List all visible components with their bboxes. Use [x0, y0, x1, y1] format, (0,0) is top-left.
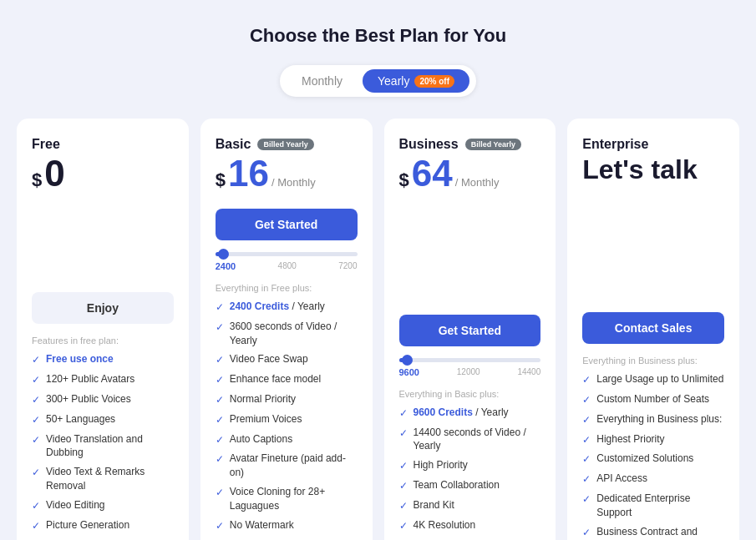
btn-free[interactable]: Enjoy: [32, 292, 174, 324]
slider-labels-basic: 2400 4800 7200: [216, 261, 358, 271]
slider-thumb-business[interactable]: [402, 355, 413, 366]
check-icon-free-5: ✓: [32, 466, 40, 480]
plan-name-free: Free: [32, 137, 60, 152]
plan-name-basic: Basic: [216, 137, 251, 152]
feature-item-basic-0: ✓ 2400 Credits / Yearly: [216, 300, 358, 315]
feature-item-business-1: ✓ 14400 seconds of Video / Yearly: [399, 426, 541, 454]
feature-item-enterprise-7: ✓ Business Contract and Invoicing: [582, 525, 724, 540]
feature-text-enterprise-3: Highest Priority: [596, 432, 664, 447]
feature-item-basic-9: ✓ No Watermark: [216, 518, 358, 533]
feature-highlight-business-0: 9600 Credits: [414, 406, 473, 418]
check-icon-basic-3: ✓: [216, 373, 224, 387]
price-amount-free: 0: [44, 155, 64, 192]
check-icon-basic-8: ✓: [216, 486, 224, 500]
page-title: Choose the Best Plan for You: [250, 25, 506, 47]
feature-text-free-5: Video Text & Remarks Removal: [46, 465, 174, 493]
feature-list-enterprise: ✓ Large Usage up to Unlimited ✓ Custom N…: [582, 372, 724, 540]
check-icon-business-0: ✓: [399, 406, 408, 421]
check-icon-free-3: ✓: [32, 413, 40, 427]
slider-thumb-basic[interactable]: [218, 249, 229, 260]
feature-item-free-5: ✓ Video Text & Remarks Removal: [32, 465, 174, 493]
feature-item-basic-2: ✓ Video Face Swap: [216, 352, 358, 367]
feature-text-basic-2: Video Face Swap: [230, 352, 308, 366]
plan-name-enterprise: Enterprise: [582, 137, 648, 152]
price-row-business: $ 64 / Monthly: [399, 155, 541, 202]
feature-text-free-0: Free use once: [46, 352, 114, 366]
check-icon-business-4: ✓: [399, 499, 408, 513]
feature-text-enterprise-5: API Access: [596, 472, 647, 486]
plans-grid: Free$ 0EnjoyFeatures in free plan: ✓ Fre…: [17, 119, 739, 540]
feature-item-free-6: ✓ Video Editing: [32, 498, 174, 513]
slider-mid-business: 12000: [457, 367, 480, 377]
yearly-toggle[interactable]: Yearly 20% off: [363, 69, 469, 93]
feature-text-basic-3: Enhance face model: [230, 372, 321, 386]
feature-item-basic-8: ✓ Voice Cloning for 28+ Laguagues: [216, 485, 358, 513]
check-icon-basic-0: ✓: [216, 300, 224, 315]
plan-name-row-enterprise: Enterprise: [582, 137, 724, 152]
btn-enterprise[interactable]: Contact Sales: [582, 312, 724, 344]
feature-item-enterprise-5: ✓ API Access: [582, 472, 724, 487]
feature-item-enterprise-1: ✓ Custom Number of Seats: [582, 392, 724, 407]
feature-text-business-0: 9600 Credits / Yearly: [414, 406, 509, 420]
feature-item-enterprise-2: ✓ Everything in Business plus:: [582, 412, 724, 427]
feature-text-business-4: Brand Kit: [414, 498, 454, 512]
feature-item-basic-3: ✓ Enhance face model: [216, 372, 358, 387]
plan-name-row-free: Free: [32, 137, 174, 152]
feature-text-basic-0: 2400 Credits / Yearly: [230, 300, 325, 314]
check-icon-basic-1: ✓: [216, 320, 224, 335]
feature-text-free-1: 120+ Public Avatars: [46, 372, 134, 386]
feature-text-basic-1: 3600 seconds of Video / Yearly: [230, 320, 358, 348]
features-label-business: Everything in Basic plus:: [399, 389, 541, 399]
feature-text-basic-9: No Watermark: [230, 518, 294, 532]
features-label-free: Features in free plan:: [32, 336, 174, 346]
btn-business[interactable]: Get Started: [399, 315, 541, 346]
check-icon-free-1: ✓: [32, 373, 40, 387]
plan-card-enterprise: EnterpriseLet's talkContact SalesEveryth…: [567, 119, 739, 540]
feature-text-free-6: Video Editing: [46, 498, 105, 512]
feature-item-basic-6: ✓ Auto Captions: [216, 432, 358, 447]
feature-text-free-3: 50+ Languages: [46, 412, 115, 426]
price-row-free: $ 0: [32, 155, 174, 202]
feature-text-free-4: Video Translation and Dubbing: [46, 432, 174, 461]
feature-item-free-2: ✓ 300+ Public Voices: [32, 392, 174, 407]
feature-text-enterprise-2: Everything in Business plus:: [596, 412, 722, 426]
check-icon-basic-6: ✓: [216, 433, 224, 447]
feature-highlight-free-0: Free use once: [46, 353, 114, 365]
feature-text-business-3: Team Collaboration: [414, 478, 500, 492]
check-icon-free-4: ✓: [32, 433, 40, 447]
slider-business: 9600 12000 14400: [399, 358, 541, 377]
check-icon-business-1: ✓: [399, 426, 408, 441]
check-icon-business-5: ✓: [399, 519, 408, 533]
feature-text-basic-8: Voice Cloning for 28+ Laguagues: [230, 485, 358, 513]
feature-item-enterprise-3: ✓ Highest Priority: [582, 432, 724, 447]
feature-text-basic-6: Auto Captions: [230, 432, 292, 447]
feature-item-basic-4: ✓ Normal Priority: [216, 392, 358, 407]
check-icon-enterprise-1: ✓: [582, 393, 591, 407]
btn-basic[interactable]: Get Started: [216, 209, 358, 240]
feature-item-free-1: ✓ 120+ Public Avatars: [32, 372, 174, 387]
price-symbol-free: $: [32, 169, 42, 191]
feature-text-enterprise-6: Dedicated Enterprise Support: [596, 492, 724, 520]
check-icon-basic-7: ✓: [216, 452, 224, 467]
monthly-toggle[interactable]: Monthly: [287, 69, 358, 93]
feature-item-basic-1: ✓ 3600 seconds of Video / Yearly: [216, 320, 358, 348]
slider-mid-basic: 4800: [278, 261, 297, 271]
feature-list-business: ✓ 9600 Credits / Yearly ✓ 14400 seconds …: [399, 406, 541, 540]
discount-badge: 20% off: [414, 75, 454, 88]
feature-item-free-4: ✓ Video Translation and Dubbing: [32, 432, 174, 461]
plan-name-row-business: BusinessBilled Yearly: [399, 137, 541, 152]
feature-text-basic-4: Normal Priority: [230, 392, 296, 406]
feature-item-free-7: ✓ Picture Generation: [32, 518, 174, 533]
feature-item-business-0: ✓ 9600 Credits / Yearly: [399, 406, 541, 421]
feature-text-business-1: 14400 seconds of Video / Yearly: [414, 426, 541, 454]
price-symbol-basic: $: [216, 169, 226, 191]
price-symbol-business: $: [399, 169, 409, 191]
feature-list-free: ✓ Free use once ✓ 120+ Public Avatars ✓ …: [32, 352, 174, 540]
feature-text-business-2: High Priority: [414, 458, 468, 472]
check-icon-enterprise-6: ✓: [582, 492, 591, 507]
plan-card-free: Free$ 0EnjoyFeatures in free plan: ✓ Fre…: [17, 119, 189, 540]
slider-basic: 2400 4800 7200: [216, 252, 358, 271]
plan-card-business: BusinessBilled Yearly$ 64 / MonthlyGet S…: [384, 119, 556, 540]
feature-item-basic-7: ✓ Avatar Fineture (paid add-on): [216, 452, 358, 480]
plan-name-row-basic: BasicBilled Yearly: [216, 137, 358, 152]
